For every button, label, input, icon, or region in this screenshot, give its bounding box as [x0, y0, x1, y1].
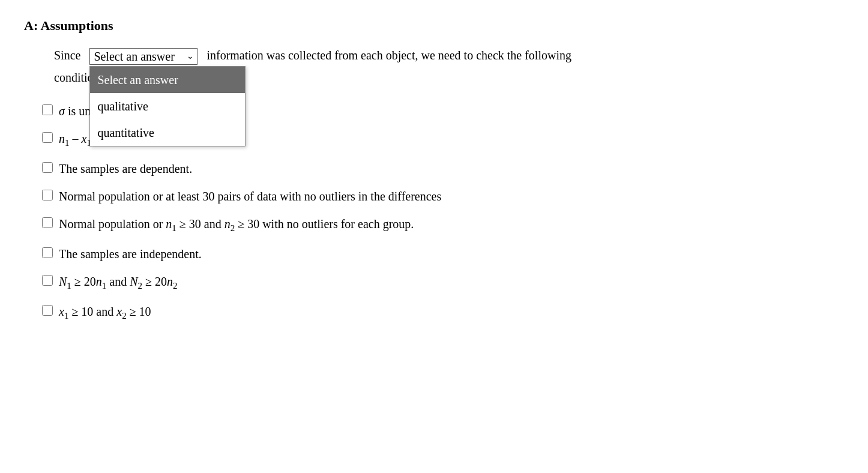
- answer-dropdown-wrapper[interactable]: Select an answer qualitative quantitativ…: [89, 47, 197, 66]
- checkbox-n1x1[interactable]: [42, 132, 53, 143]
- after-dropdown-text: information was collected from each obje…: [206, 49, 571, 62]
- dropdown-option-qualitative[interactable]: qualitative: [90, 93, 245, 119]
- checkbox-x10[interactable]: [42, 305, 53, 316]
- checkbox-item-8: x1 ≥ 10 and x2 ≥ 10: [42, 303, 844, 322]
- checkbox-label-normal-n30: Normal population or n1 ≥ 30 and n2 ≥ 30…: [59, 215, 414, 235]
- checkbox-item-3: The samples are dependent.: [42, 160, 844, 177]
- checkbox-label-x10: x1 ≥ 10 and x2 ≥ 10: [59, 303, 151, 322]
- checkbox-label-independent: The samples are independent.: [59, 246, 202, 262]
- dropdown-option-quantitative[interactable]: quantitative: [90, 119, 245, 146]
- checkbox-normal-pairs[interactable]: [42, 190, 53, 200]
- dropdown-option-select[interactable]: Select an answer: [90, 67, 245, 93]
- checkbox-item-6: The samples are independent.: [42, 246, 844, 262]
- checkbox-normal-n30[interactable]: [42, 217, 53, 228]
- checkbox-label-dependent: The samples are dependent.: [59, 160, 192, 177]
- checkbox-independent[interactable]: [42, 247, 53, 258]
- checkbox-label-N20n: N1 ≥ 20n1 and N2 ≥ 20n2: [59, 273, 178, 292]
- checkbox-N20n[interactable]: [42, 275, 53, 286]
- checkbox-item-7: N1 ≥ 20n1 and N2 ≥ 20n2: [42, 273, 844, 292]
- checkbox-sigma[interactable]: [42, 104, 53, 115]
- dropdown-open-menu[interactable]: Select an answer qualitative quantitativ…: [89, 66, 246, 146]
- intro-paragraph: Since Select an answer qualitative quant…: [54, 46, 844, 66]
- section-title: A: Assumptions: [24, 18, 844, 34]
- answer-select[interactable]: Select an answer qualitative quantitativ…: [89, 48, 197, 65]
- checkbox-dependent[interactable]: [42, 162, 53, 173]
- checkbox-item-4: Normal population or at least 30 pairs o…: [42, 188, 844, 205]
- since-label: Since: [54, 49, 80, 62]
- checkbox-label-normal-pairs: Normal population or at least 30 pairs o…: [59, 188, 441, 205]
- checkbox-item-5: Normal population or n1 ≥ 30 and n2 ≥ 30…: [42, 215, 844, 235]
